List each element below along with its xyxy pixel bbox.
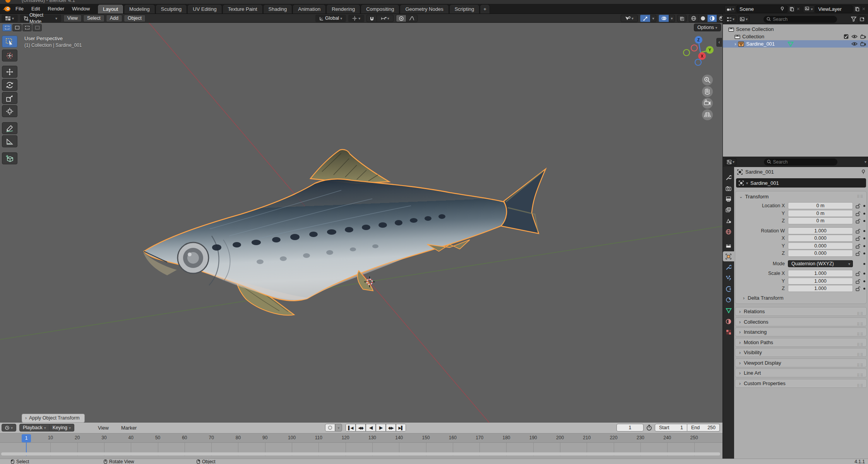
expander-icon[interactable]: ›	[734, 41, 736, 47]
properties-tab-object[interactable]	[723, 251, 734, 261]
properties-tab-world[interactable]	[723, 227, 734, 237]
properties-tab-constraints[interactable]	[723, 295, 734, 305]
outliner-search[interactable]: Search	[764, 16, 837, 23]
add-workspace-button[interactable]: +	[480, 4, 490, 14]
eye-toggle[interactable]	[851, 34, 858, 39]
tool-rotate[interactable]	[2, 79, 17, 91]
viewport-menu-select[interactable]: Select	[83, 15, 104, 22]
value-field[interactable]: 1.000	[788, 285, 853, 292]
jump-to-end-button[interactable]: ▶▌	[396, 424, 406, 432]
timeline-marker-menu[interactable]: Marker	[121, 425, 137, 431]
value-field[interactable]: 1.000	[788, 270, 853, 277]
camera-view-button[interactable]	[702, 98, 713, 109]
lock-icon[interactable]	[855, 229, 860, 234]
properties-tab-physics[interactable]	[723, 284, 734, 294]
lock-icon[interactable]	[855, 244, 860, 249]
animate-dot[interactable]	[863, 263, 865, 265]
viewport-menu-add[interactable]: Add	[106, 15, 122, 22]
outliner-row-scene-collection[interactable]: Scene Collection	[723, 26, 868, 33]
animate-dot[interactable]	[863, 205, 865, 207]
panel-collections[interactable]: ›Collections⠿⠿	[735, 317, 867, 326]
transform-panel-header[interactable]: ⌄ Transform	[739, 194, 769, 200]
lock-icon[interactable]	[855, 211, 860, 216]
auto-keyframe-toggle[interactable]	[325, 424, 335, 432]
viewlayer-name-field[interactable]: ViewLayer	[815, 5, 853, 13]
menu-window[interactable]: Window	[68, 4, 94, 14]
3d-viewport[interactable]: User Perspective (1) Collection | Sardin…	[0, 23, 722, 423]
options-button[interactable]: Options ▾	[694, 24, 721, 31]
value-field[interactable]: 0.000	[788, 242, 853, 249]
animate-dot[interactable]	[863, 230, 865, 232]
select-mode-intersect[interactable]	[33, 24, 42, 31]
eye-toggle[interactable]	[851, 42, 858, 46]
properties-tab-render[interactable]	[723, 183, 734, 193]
animate-dot[interactable]	[863, 280, 865, 282]
overlays-dropdown[interactable]: ▾	[669, 15, 675, 22]
auto-keyframe-dropdown[interactable]: ▾	[335, 424, 342, 432]
editor-type-button[interactable]: ▾	[2, 15, 18, 22]
sardine-model[interactable]	[140, 148, 550, 322]
overlays-toggle[interactable]	[659, 15, 669, 22]
outliner-row-collection[interactable]: Collection	[723, 33, 868, 40]
use-preview-range-icon[interactable]	[646, 425, 652, 431]
viewport-menu-view[interactable]: View	[63, 15, 82, 22]
timeline-view-menu[interactable]: View	[98, 425, 109, 431]
value-field[interactable]: 1.000	[788, 227, 853, 234]
rotation-mode-dropdown[interactable]: Quaternion (WXYZ)▾	[788, 260, 853, 267]
outliner-filter-image-button[interactable]: ▾	[738, 15, 750, 23]
tool-measure[interactable]	[2, 135, 17, 147]
zoom-button[interactable]	[702, 75, 713, 85]
properties-tab-data[interactable]	[723, 305, 734, 316]
snap-with-selector[interactable]: ▾	[377, 15, 394, 22]
gizmos-dropdown[interactable]: ▾	[650, 15, 656, 22]
workspace-tab-rendering[interactable]: Rendering	[326, 4, 360, 14]
keying-menu[interactable]: Keying▾	[50, 424, 74, 432]
new-scene-button[interactable]	[788, 5, 796, 13]
panel-motion-paths[interactable]: ›Motion Paths⠿⠿	[735, 338, 867, 347]
gizmos-toggle[interactable]	[640, 15, 650, 22]
new-collection-button[interactable]	[858, 15, 866, 23]
proportional-editing-toggle[interactable]	[396, 15, 406, 22]
xray-toggle[interactable]	[677, 15, 687, 22]
current-frame-field[interactable]: 1	[616, 424, 644, 432]
select-mode-extend[interactable]	[12, 24, 22, 31]
properties-editor-type-button[interactable]: ▾	[725, 158, 736, 165]
value-field[interactable]: 0 m	[788, 210, 853, 217]
value-field[interactable]: 0.000	[788, 235, 853, 242]
tool-transform[interactable]	[2, 105, 17, 117]
shading-material-preview-button[interactable]	[707, 15, 717, 22]
transform-orientation-selector[interactable]: Global ▾	[315, 15, 346, 22]
jump-to-start-button[interactable]: ▌◀	[346, 424, 356, 432]
properties-tab-scene[interactable]	[723, 216, 734, 226]
workspace-tab-scripting[interactable]: Scripting	[449, 4, 480, 14]
panel-custom-properties[interactable]: ›Custom Properties⠿⠿	[735, 379, 867, 388]
tool-add-cube[interactable]	[2, 152, 17, 164]
proportional-falloff-selector[interactable]	[406, 15, 418, 22]
properties-tab-texture[interactable]	[723, 327, 734, 337]
camera-toggle[interactable]	[860, 42, 866, 46]
workspace-tab-sculpting[interactable]: Sculpting	[156, 4, 187, 14]
lock-icon[interactable]	[855, 218, 860, 223]
outliner-row-sardine_001[interactable]: ›Sardine_001	[723, 40, 868, 48]
value-field[interactable]: 1.000	[788, 278, 853, 285]
camera-toggle[interactable]	[860, 34, 866, 39]
checkbox-toggle[interactable]	[844, 34, 849, 39]
value-field[interactable]: 0 m	[788, 202, 853, 209]
properties-tab-collection[interactable]	[723, 241, 734, 251]
play-button[interactable]: ▶	[376, 424, 386, 432]
timeline-editor-type-button[interactable]: ▾	[2, 424, 16, 432]
play-reverse-button[interactable]: ◀	[366, 424, 376, 432]
tool-move[interactable]	[2, 66, 17, 78]
next-keyframe-button[interactable]: ◆▶	[386, 424, 396, 432]
animate-dot[interactable]	[863, 237, 865, 239]
pin-icon[interactable]	[861, 169, 866, 174]
navigation-gizmo[interactable]: Z Y X	[680, 32, 719, 148]
properties-tab-view-layer[interactable]	[723, 205, 734, 215]
animate-dot[interactable]	[863, 273, 865, 275]
properties-tab-tool[interactable]	[723, 172, 734, 183]
workspace-tab-uv-editing[interactable]: UV Editing	[187, 4, 222, 14]
shading-wireframe-button[interactable]	[689, 15, 698, 22]
lock-icon[interactable]	[855, 271, 860, 276]
panel-instancing[interactable]: ›Instancing⠿⠿	[735, 328, 867, 336]
panel-line-art[interactable]: ›Line Art⠿⠿	[735, 368, 867, 377]
